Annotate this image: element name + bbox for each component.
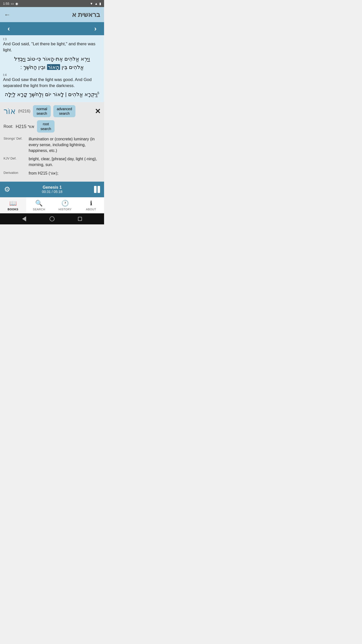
strongs-def-label: Strongs' Def. (4, 136, 29, 140)
root-search-button[interactable]: root search (37, 120, 55, 132)
search-icon: 🔍 (35, 200, 43, 207)
about-icon: ℹ (90, 200, 92, 207)
verse-1-3: I:3 And God said, "Let there be light," … (3, 37, 101, 53)
pause-bar-right (98, 186, 100, 193)
home-circle-icon (50, 216, 55, 221)
player-title: Genesis 1 (42, 185, 63, 190)
strongs-def-value: illumination or (concrete) luminary (in … (29, 136, 101, 154)
verse-text-1-4: And God saw that the light was good. And… (3, 77, 92, 88)
normal-search-button[interactable]: normal search (33, 105, 51, 117)
definitions-table: Strongs' Def. illumination or (concrete)… (4, 136, 101, 176)
definition-panel: אוֹר (H216) normal search advanced searc… (0, 102, 104, 182)
nav-label-books: BOOKS (8, 208, 18, 211)
headphone-icon: ◉ (15, 2, 18, 6)
recents-rect-icon (78, 217, 82, 221)
android-back-button[interactable] (21, 216, 27, 222)
word-hebrew: אוֹר (4, 106, 16, 116)
back-triangle-icon (22, 216, 26, 221)
status-bar: 1:55 ▭ ◉ ▼ ▲ ▮ (0, 0, 104, 7)
signal-icon: ▲ (95, 2, 98, 6)
player-info: Genesis 1 00:31 / 05:18 (42, 185, 63, 194)
bible-content: I:3 And God said, "Let there be light," … (0, 35, 104, 102)
prev-chapter-button[interactable]: ‹ (8, 25, 10, 33)
kjv-def-label: KJV Def. (4, 156, 29, 160)
derivation-row: Derivation from H215 (אוֹר); (4, 170, 101, 176)
verse-hebrew-text: וַיַּרְא אֱלֹהִים אֶת-הָאוֹר כִּי-טוֹב ו… (3, 55, 101, 71)
android-home-button[interactable] (49, 216, 55, 222)
advanced-search-button[interactable]: advanced search (53, 105, 76, 117)
verse-5-hebrew-text: 5וַיִּקְרָא אֱלֹהִים | לָאוֹר יוֹם וְלַח… (3, 90, 101, 99)
pause-bar-left (94, 186, 97, 193)
nav-label-history: HISTORY (59, 208, 72, 211)
audio-player: ⚙ Genesis 1 00:31 / 05:18 (0, 182, 104, 197)
nav-label-about: ABOUT (86, 208, 96, 211)
top-nav: ← בראשית א (0, 7, 104, 22)
root-label: Root: (4, 124, 13, 129)
page-title: בראשית א (72, 11, 100, 19)
history-icon: 🕐 (61, 200, 69, 207)
derivation-label: Derivation (4, 170, 29, 175)
settings-button[interactable]: ⚙ (4, 185, 10, 193)
verse-1-4-hebrew: וַיַּרְא אֱלֹהִים אֶת-הָאוֹר כִּי-טוֹב ו… (3, 55, 101, 71)
hebrew-word-3: וּבֵין הַחֹשֶׁךְ : (20, 64, 47, 70)
pause-button[interactable] (94, 186, 100, 193)
kjv-def-row: KJV Def. bright, clear, [phrase] day, li… (4, 156, 101, 168)
player-time: 00:31 / 05:18 (42, 190, 63, 194)
nav-item-search[interactable]: 🔍 SEARCH (26, 197, 52, 213)
verse-num-1-3: I:3 (3, 37, 101, 41)
wifi-icon: ▼ (90, 2, 93, 6)
android-nav-bar (0, 213, 104, 224)
nav-item-books[interactable]: 📖 BOOKS (0, 197, 26, 213)
books-icon: 📖 (9, 200, 17, 207)
next-chapter-button[interactable]: › (94, 25, 97, 33)
derivation-value: from H215 (אוֹר); (29, 170, 101, 176)
word-header: אוֹר (H216) normal search advanced searc… (4, 105, 101, 117)
back-button[interactable]: ← (4, 11, 11, 19)
close-button[interactable]: ✕ (95, 107, 101, 115)
verse-1-5-hebrew: 5וַיִּקְרָא אֱלֹהִים | לָאוֹר יוֹם וְלַח… (3, 90, 101, 99)
hebrew-word: וַיַּרְא אֱלֹהִים אֶת-הָאוֹר כִּי-טוֹב ו… (14, 56, 90, 62)
verse-1-4: I:4 And God saw that the light was good.… (3, 73, 101, 89)
verse-text-1-3: And God said, "Let there be light," and … (3, 42, 95, 52)
verse-num-1-4: I:4 (3, 73, 101, 77)
status-time: 1:55 (3, 2, 9, 6)
chapter-nav: ‹ › (0, 22, 104, 35)
battery-icon: ▮ (99, 2, 101, 6)
highlighted-word[interactable]: הָאוֹר (47, 64, 60, 70)
kjv-def-value: bright, clear, [phrase] day, light (-nin… (29, 156, 101, 168)
sim-icon: ▭ (11, 2, 14, 6)
nav-item-history[interactable]: 🕐 HISTORY (52, 197, 78, 213)
bottom-navigation: 📖 BOOKS 🔍 SEARCH 🕐 HISTORY ℹ ABOUT (0, 197, 104, 213)
nav-item-about[interactable]: ℹ ABOUT (78, 197, 104, 213)
strongs-def-row: Strongs' Def. illumination or (concrete)… (4, 136, 101, 154)
strongs-number: (H216) (18, 109, 30, 113)
root-value: אור H215 (16, 124, 34, 129)
nav-label-search: SEARCH (33, 208, 45, 211)
root-row: Root: אור H215 root search (4, 120, 101, 132)
hebrew-word-2: אֱלֹהִים בֵּין (60, 64, 84, 70)
android-recents-button[interactable] (77, 216, 83, 222)
